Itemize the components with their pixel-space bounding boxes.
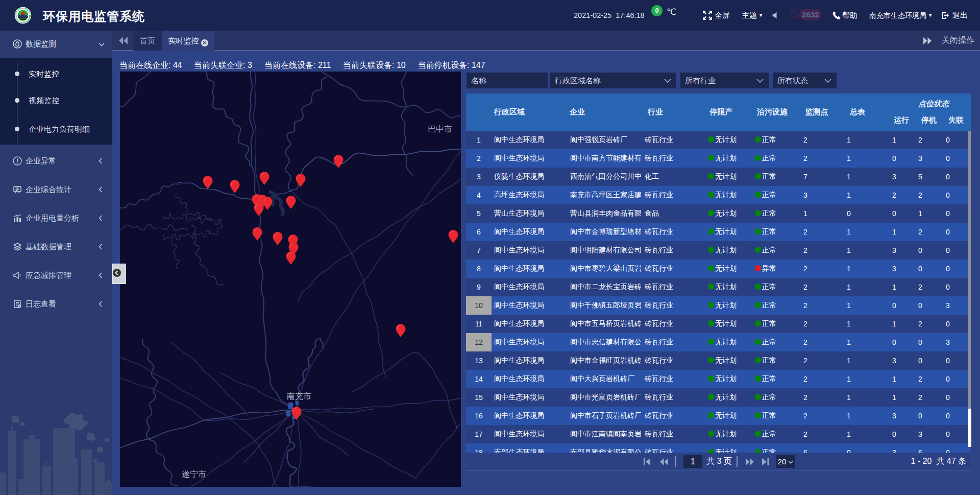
svg-text:巴中市: 巴中市 <box>428 125 452 133</box>
svg-text:遂宁市: 遂宁市 <box>182 470 206 479</box>
svg-text:南充市: 南充市 <box>287 392 311 400</box>
